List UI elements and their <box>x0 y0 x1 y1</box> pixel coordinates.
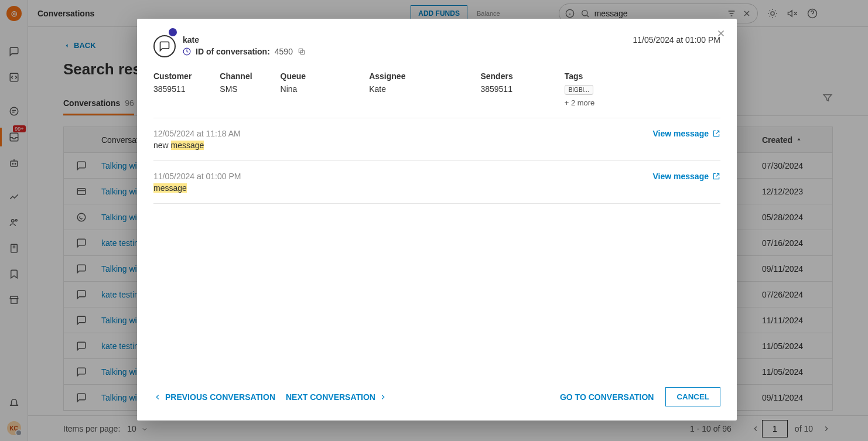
assignee-label: Assignee <box>369 71 405 81</box>
prev-conversation-button[interactable]: PREVIOUS CONVERSATION <box>153 392 275 402</box>
senders-label: Senders <box>480 71 512 81</box>
message-body: message <box>153 183 720 193</box>
close-icon[interactable] <box>716 28 726 39</box>
assignee-value: Kate <box>369 84 405 94</box>
view-message-link[interactable]: View message <box>653 172 720 181</box>
next-conversation-button[interactable]: NEXT CONVERSATION <box>286 392 387 402</box>
message-item: 12/05/2024 at 11:18 AM View message new … <box>153 118 720 161</box>
next-conversation-label: NEXT CONVERSATION <box>286 392 375 402</box>
tags-label: Tags <box>565 71 595 81</box>
tags-more[interactable]: + 2 more <box>565 98 595 107</box>
modal-timestamp: 11/05/2024 at 01:00 PM <box>633 35 720 45</box>
modal-id-value: 4590 <box>275 47 293 56</box>
prev-conversation-label: PREVIOUS CONVERSATION <box>165 392 275 402</box>
message-list: 12/05/2024 at 11:18 AM View message new … <box>137 118 737 376</box>
queue-value: Nina <box>281 84 306 94</box>
message-timestamp: 12/05/2024 at 11:18 AM <box>153 129 241 138</box>
queue-label: Queue <box>281 71 306 81</box>
modal-name: kate <box>183 35 306 45</box>
conversation-icon <box>153 35 176 57</box>
customer-label: Customer <box>153 71 192 81</box>
clock-icon <box>183 47 191 56</box>
cancel-button[interactable]: CANCEL <box>665 387 720 406</box>
modal-overlay[interactable]: kate ID of conversation: 4590 11/05/2024… <box>0 0 868 441</box>
conversation-modal: kate ID of conversation: 4590 11/05/2024… <box>137 19 737 421</box>
modal-id-label: ID of conversation: <box>196 47 270 56</box>
customer-value: 3859511 <box>153 84 192 94</box>
copy-icon[interactable] <box>298 47 306 56</box>
message-body: new message <box>153 141 720 150</box>
message-item: 11/05/2024 at 01:00 PM View message mess… <box>153 161 720 204</box>
tag-chip[interactable]: BIGBI... <box>565 85 593 95</box>
message-timestamp: 11/05/2024 at 01:00 PM <box>153 172 241 181</box>
view-message-link[interactable]: View message <box>653 129 720 138</box>
senders-value: 3859511 <box>480 84 512 94</box>
goto-conversation-button[interactable]: GO TO CONVERSATION <box>560 392 654 402</box>
channel-value: SMS <box>220 84 252 94</box>
channel-label: Channel <box>220 71 252 81</box>
